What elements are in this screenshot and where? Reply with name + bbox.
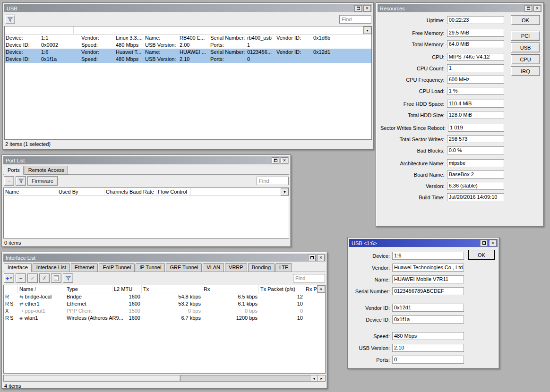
column-header-name[interactable]: Name/ bbox=[18, 285, 65, 293]
maximize-button[interactable] bbox=[308, 255, 316, 261]
resources-window-titlebar[interactable]: Resources × bbox=[378, 4, 542, 12]
scroll-left-button[interactable]: ◄ bbox=[310, 375, 318, 381]
interface-tx: 54.8 kbps bbox=[142, 293, 202, 300]
status-bar: 0 items bbox=[3, 239, 289, 246]
usb-version-label: USB Version: bbox=[144, 56, 179, 63]
usb-window-title: USB bbox=[7, 6, 353, 11]
total-memory-label: Total Memory: bbox=[380, 42, 445, 47]
column-header-tx-packet[interactable]: Tx Packet (p/s) bbox=[259, 285, 304, 293]
irq-button[interactable]: IRQ bbox=[511, 66, 540, 76]
usb-detail-window-titlebar[interactable]: USB <1:6> × bbox=[349, 239, 498, 247]
tab-gre-tunnel[interactable]: GRE Tunnel bbox=[166, 263, 202, 272]
maximize-icon bbox=[357, 7, 360, 10]
interface-row[interactable]: R ⇆bridge-local Bridge 1600 54.8 kbps 6.… bbox=[4, 293, 325, 300]
device-id-label: Device ID: bbox=[352, 317, 390, 323]
tab-ip-tunnel[interactable]: IP Tunnel bbox=[136, 263, 165, 272]
column-header-tx[interactable]: Tx bbox=[142, 285, 202, 293]
usb-window-titlebar[interactable]: USB × bbox=[4, 4, 372, 12]
ethernet-interface-icon: ⇄ bbox=[19, 301, 23, 307]
maximize-button[interactable] bbox=[524, 5, 532, 12]
maximize-button[interactable] bbox=[354, 5, 362, 12]
tab-lte[interactable]: LTE bbox=[275, 263, 292, 272]
name-label: Name: bbox=[144, 34, 179, 42]
interface-row[interactable]: RS ◈wlan1 Wireless (Atheros AR9... 1600 … bbox=[4, 315, 325, 322]
horizontal-scrollbar[interactable]: ◄ ► bbox=[3, 375, 326, 382]
column-select-button[interactable]: ▼ bbox=[317, 285, 325, 293]
close-button[interactable]: × bbox=[533, 5, 541, 12]
column-header-baud-rate[interactable]: Baud Rate bbox=[128, 188, 156, 196]
cpu-button[interactable]: CPU bbox=[511, 54, 540, 64]
column-header-used-by[interactable]: Used By bbox=[57, 188, 104, 196]
tab-interface[interactable]: Interface bbox=[4, 263, 32, 272]
version-label: Version: bbox=[380, 183, 445, 189]
interface-row[interactable]: RS ⇄ether1 Ethernet 1600 53.2 kbps 6.1 k… bbox=[4, 300, 325, 307]
tab-remote-access[interactable]: Remote Access bbox=[25, 166, 68, 175]
vendor-id-value: 0x1d6b bbox=[312, 34, 371, 42]
tab-bonding[interactable]: Bonding bbox=[248, 263, 275, 272]
add-button[interactable]: + ▼ bbox=[4, 273, 14, 283]
disable-button[interactable]: ✗ bbox=[39, 273, 50, 283]
enable-button[interactable]: ✓ bbox=[27, 273, 38, 283]
comment-button[interactable] bbox=[51, 273, 61, 283]
filter-button[interactable] bbox=[5, 15, 15, 24]
close-button[interactable]: × bbox=[363, 5, 371, 12]
column-header-rx[interactable]: Rx bbox=[202, 285, 259, 293]
close-button[interactable]: × bbox=[281, 157, 288, 164]
total-hdd-size-label: Total HDD Size: bbox=[380, 112, 445, 118]
interface-row[interactable]: X ⇢ppp-out1 PPP Client 1500 0 bps 0 bps … bbox=[4, 307, 325, 315]
port-list-tabs: Ports Remote Access bbox=[3, 165, 289, 175]
tab-interface-list[interactable]: Interface List bbox=[33, 263, 70, 272]
usb-button[interactable]: USB bbox=[511, 43, 540, 52]
filter-icon bbox=[8, 17, 13, 22]
close-icon: × bbox=[536, 6, 539, 11]
remove-button[interactable]: − bbox=[4, 176, 14, 186]
tab-eoip-tunnel[interactable]: EoIP Tunnel bbox=[99, 263, 135, 272]
interface-table[interactable]: Name/ Type L2 MTU Tx Rx Tx Packet (p/s) … bbox=[3, 285, 326, 374]
filter-button[interactable] bbox=[16, 176, 26, 186]
column-header-l2mtu[interactable]: L2 MTU bbox=[112, 285, 142, 293]
pci-button[interactable]: PCI bbox=[511, 31, 540, 41]
interface-l2mtu: 1500 bbox=[112, 307, 142, 315]
find-input[interactable] bbox=[257, 177, 289, 185]
vendor-id-value: 0x12d1 bbox=[392, 304, 464, 312]
sector-writes-since-reboot-value: 1 019 bbox=[448, 124, 504, 132]
tab-ports[interactable]: Ports bbox=[4, 166, 24, 175]
column-select-button[interactable]: ▼ bbox=[363, 26, 371, 34]
usb-device-row[interactable]: Device: 1:1 Vendor: Linux 3.3.... Name: … bbox=[5, 34, 371, 49]
find-input[interactable] bbox=[339, 15, 371, 24]
tab-ethernet[interactable]: Ethernet bbox=[71, 263, 98, 272]
filter-button[interactable] bbox=[63, 273, 73, 283]
port-list[interactable]: Name Used By Channels Baud Rate Flow Con… bbox=[3, 187, 289, 239]
interface-l2mtu: 1600 bbox=[112, 315, 142, 322]
port-list-window-titlebar[interactable]: Port List × bbox=[3, 156, 289, 164]
column-header-flow-control[interactable]: Flow Control bbox=[156, 188, 191, 196]
usb-device-list[interactable]: ▼ Device: 1:1 Vendor: Linux 3.3.... Name… bbox=[4, 26, 372, 140]
close-button[interactable]: × bbox=[489, 240, 497, 247]
build-time-label: Build Time: bbox=[380, 195, 445, 200]
tab-vlan[interactable]: VLAN bbox=[203, 263, 224, 272]
ports-value: 0 bbox=[246, 56, 275, 63]
find-input[interactable] bbox=[293, 274, 325, 282]
remove-button[interactable]: − bbox=[16, 273, 26, 283]
firmware-button[interactable]: Firmware bbox=[27, 176, 58, 186]
free-hdd-space-value: 110.4 MiB bbox=[447, 100, 504, 108]
close-button[interactable]: × bbox=[317, 255, 325, 261]
interface-flags: R bbox=[4, 293, 18, 300]
interface-tx-packet: 0 bbox=[259, 307, 304, 315]
interface-tx: 6.7 kbps bbox=[142, 315, 202, 322]
ok-button[interactable]: OK bbox=[468, 250, 495, 260]
maximize-button[interactable] bbox=[272, 157, 279, 164]
interface-list-window-titlebar[interactable]: Interface List × bbox=[3, 254, 326, 262]
scrollbar-thumb[interactable] bbox=[4, 375, 180, 381]
column-header-type[interactable]: Type bbox=[65, 285, 112, 293]
resources-window: Resources × Uptime:00:22:23 Free Memory:… bbox=[376, 2, 544, 227]
scroll-right-button[interactable]: ► bbox=[318, 375, 325, 381]
column-header-name[interactable]: Name bbox=[4, 188, 57, 196]
column-header-channels[interactable]: Channels bbox=[104, 188, 128, 196]
usb-device-row-selected[interactable]: Device: 1:6 Vendor: Huawei T... Name: HU… bbox=[5, 49, 371, 63]
bridge-interface-icon: ⇆ bbox=[19, 294, 23, 299]
column-select-button[interactable]: ▼ bbox=[281, 188, 289, 196]
maximize-button[interactable] bbox=[480, 240, 488, 247]
tab-vrrp[interactable]: VRRP bbox=[225, 263, 247, 272]
ok-button[interactable]: OK bbox=[511, 15, 540, 25]
